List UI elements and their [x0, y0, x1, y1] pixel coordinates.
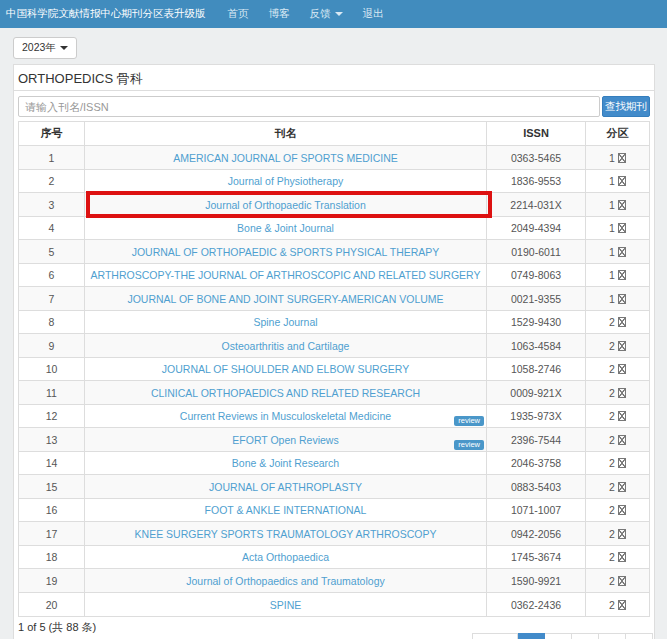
- journal-panel: ORTHOPEDICS 骨科 查找期刊 序号刊名ISSN分区 1AMERICAN…: [13, 64, 655, 639]
- table-row: 11CLINICAL ORTHOPAEDICS AND RELATED RESE…: [19, 381, 649, 405]
- nav-item-4[interactable]: 退出: [353, 7, 394, 21]
- journal-link[interactable]: JOURNAL OF ORTHOPAEDIC & SPORTS PHYSICAL…: [132, 246, 440, 258]
- pagination-page-1[interactable]: 1: [518, 633, 545, 639]
- row-index: 10: [19, 358, 85, 381]
- row-index: 8: [19, 311, 85, 334]
- issn-cell: 1590-9921: [487, 569, 586, 593]
- journal-link[interactable]: FOOT & ANKLE INTERNATIONAL: [205, 504, 367, 516]
- row-index: 15: [19, 475, 85, 499]
- year-dropdown-button[interactable]: 2023年: [13, 37, 77, 59]
- table-row: 1AMERICAN JOURNAL OF SPORTS MEDICINE0363…: [19, 146, 649, 170]
- missing-glyph-box: [618, 600, 626, 610]
- journal-name-cell: Current Reviews in Musculoskeletal Medic…: [85, 405, 487, 428]
- journal-link[interactable]: CLINICAL ORTHOPAEDICS AND RELATED RESEAR…: [151, 387, 420, 399]
- journal-name-cell: Bone & Joint Journal: [85, 217, 487, 240]
- column-header: 刊名: [85, 122, 487, 146]
- caret-down-icon: [60, 46, 68, 50]
- issn-cell: 0190-6011: [487, 240, 586, 264]
- journal-link[interactable]: Journal of Physiotherapy: [228, 175, 344, 187]
- issn-cell: 2396-7544: [487, 428, 586, 452]
- missing-glyph-box: [618, 294, 626, 304]
- issn-cell: 1071-1007: [487, 499, 586, 522]
- issn-cell: 2214-031X: [487, 193, 586, 217]
- partition-cell: 1: [586, 170, 649, 193]
- row-index: 13: [19, 428, 85, 452]
- pagination-page-2[interactable]: 2: [545, 633, 572, 639]
- row-index: 16: [19, 499, 85, 522]
- issn-cell: 1745-3674: [487, 546, 586, 569]
- partition-cell: 1: [586, 287, 649, 311]
- missing-glyph-box: [618, 529, 626, 539]
- partition-cell: 2: [586, 358, 649, 381]
- missing-glyph-box: [618, 247, 626, 257]
- journal-link[interactable]: AMERICAN JOURNAL OF SPORTS MEDICINE: [173, 152, 398, 164]
- issn-cell: 1058-2746: [487, 358, 586, 381]
- journal-name-cell: FOOT & ANKLE INTERNATIONAL: [85, 499, 487, 522]
- missing-glyph-box: [618, 576, 626, 586]
- pagination-page-4[interactable]: 4: [599, 633, 626, 639]
- journal-link[interactable]: KNEE SURGERY SPORTS TRAUMATOLOGY ARTHROS…: [135, 528, 437, 540]
- partition-cell: 2: [586, 499, 649, 522]
- journal-name-cell: AMERICAN JOURNAL OF SPORTS MEDICINE: [85, 146, 487, 170]
- issn-cell: 1836-9553: [487, 170, 586, 193]
- journal-link[interactable]: ARTHROSCOPY-THE JOURNAL OF ARTHROSCOPIC …: [91, 269, 481, 281]
- journal-link[interactable]: Journal of Orthopaedic Translation: [205, 199, 366, 211]
- partition-cell: 2: [586, 405, 649, 428]
- missing-glyph-box: [618, 270, 626, 280]
- pagination-page-5[interactable]: 5: [626, 633, 653, 639]
- journal-link[interactable]: Journal of Orthopaedics and Traumatology: [186, 575, 384, 587]
- partition-cell: 2: [586, 428, 649, 452]
- journal-link[interactable]: Acta Orthopaedica: [242, 551, 329, 563]
- missing-glyph-box: [618, 411, 626, 421]
- journal-name-cell: Journal of Orthopaedic Translation: [85, 193, 487, 217]
- table-row: 14Bone & Joint Research2046-37582: [19, 452, 649, 475]
- pagination-prev[interactable]: «: [472, 633, 518, 639]
- partition-cell: 2: [586, 522, 649, 546]
- issn-cell: 1529-9430: [487, 311, 586, 334]
- journal-link[interactable]: Bone & Joint Journal: [237, 222, 334, 234]
- pagination-page-3[interactable]: 3: [572, 633, 599, 639]
- review-badge: review: [454, 416, 484, 426]
- search-input[interactable]: [18, 96, 600, 117]
- nav-item-2[interactable]: 博客: [259, 7, 300, 21]
- row-index: 4: [19, 217, 85, 240]
- table-row: 6ARTHROSCOPY-THE JOURNAL OF ARTHROSCOPIC…: [19, 264, 649, 287]
- row-index: 17: [19, 522, 85, 546]
- journal-link[interactable]: Bone & Joint Research: [232, 457, 339, 469]
- table-row: 3Journal of Orthopaedic Translation2214-…: [19, 193, 649, 217]
- partition-cell: 2: [586, 452, 649, 475]
- table-header-row: 序号刊名ISSN分区: [19, 122, 649, 146]
- partition-cell: 2: [586, 334, 649, 358]
- issn-cell: 0942-2056: [487, 522, 586, 546]
- row-index: 3: [19, 193, 85, 217]
- partition-cell: 1: [586, 146, 649, 170]
- row-index: 18: [19, 546, 85, 569]
- table-row: 8Spine Journal1529-94302: [19, 311, 649, 334]
- journal-link[interactable]: Spine Journal: [253, 316, 317, 328]
- journal-link[interactable]: JOURNAL OF SHOULDER AND ELBOW SURGERY: [162, 363, 409, 375]
- table-row: 4Bone & Joint Journal2049-43941: [19, 217, 649, 240]
- nav-item-1[interactable]: 首页: [218, 7, 259, 21]
- partition-cell: 1: [586, 193, 649, 217]
- row-index: 19: [19, 569, 85, 593]
- partition-cell: 2: [586, 593, 649, 616]
- missing-glyph-box: [618, 153, 626, 163]
- partition-cell: 1: [586, 217, 649, 240]
- journal-link[interactable]: EFORT Open Reviews: [232, 434, 338, 446]
- journal-link[interactable]: JOURNAL OF BONE AND JOINT SURGERY-AMERIC…: [127, 293, 443, 305]
- search-button[interactable]: 查找期刊: [602, 96, 650, 117]
- journal-name-cell: Osteoarthritis and Cartilage: [85, 334, 487, 358]
- issn-cell: 0749-8063: [487, 264, 586, 287]
- partition-cell: 2: [586, 475, 649, 499]
- missing-glyph-box: [618, 552, 626, 562]
- partition-cell: 1: [586, 240, 649, 264]
- journal-link[interactable]: JOURNAL OF ARTHROPLASTY: [209, 481, 362, 493]
- journal-link[interactable]: SPINE: [270, 599, 302, 611]
- missing-glyph-box: [618, 482, 626, 492]
- nav-item-3[interactable]: 反馈: [300, 7, 353, 21]
- row-index: 5: [19, 240, 85, 264]
- journal-link[interactable]: Osteoarthritis and Cartilage: [222, 340, 350, 352]
- journal-name-cell: ARTHROSCOPY-THE JOURNAL OF ARTHROSCOPIC …: [85, 264, 487, 287]
- journal-link[interactable]: Current Reviews in Musculoskeletal Medic…: [180, 410, 391, 422]
- journal-name-cell: JOURNAL OF ARTHROPLASTY: [85, 475, 487, 499]
